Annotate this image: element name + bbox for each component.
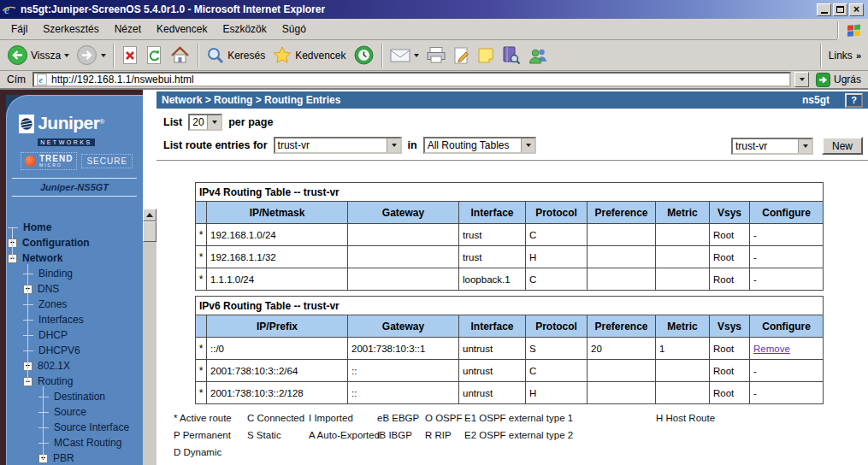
column-header: Interface	[459, 202, 526, 224]
dropdown-button[interactable]	[207, 115, 221, 129]
menu-item[interactable]: Kedvencek	[149, 21, 215, 38]
table-row: *192.168.1.0/24trustCRoot-	[196, 224, 824, 246]
remove-link[interactable]: Remove	[753, 344, 790, 354]
forward-button[interactable]	[73, 43, 109, 68]
notes-button[interactable]	[474, 45, 498, 66]
routing-tables-select[interactable]: All Routing Tables	[423, 137, 536, 154]
page-size-select[interactable]: 20	[188, 114, 222, 131]
search-button[interactable]: Keresés	[203, 44, 269, 67]
cell	[588, 382, 656, 404]
cell: H	[526, 246, 588, 268]
content-area: Network > Routing > Routing Entries ns5g…	[156, 90, 868, 465]
cell: Remove	[750, 338, 824, 360]
column-header: Protocol	[526, 315, 588, 338]
cell: *	[196, 360, 207, 382]
sidebar-item-destination[interactable]: Destination	[7, 389, 144, 404]
column-header: IP/Netmask	[207, 202, 348, 224]
column-header: Preference	[588, 315, 656, 338]
sidebar-item-label: 802.1X	[38, 360, 70, 372]
print-button[interactable]	[422, 44, 450, 66]
home-button[interactable]	[166, 44, 194, 67]
history-button[interactable]	[350, 43, 378, 68]
links-label[interactable]: Links	[829, 50, 853, 62]
toolbar-separator	[381, 44, 383, 68]
scrollbar-track[interactable]	[143, 221, 156, 465]
cell: -	[750, 382, 824, 404]
cell: *	[196, 268, 207, 291]
menu-item[interactable]: Nézet	[107, 21, 149, 38]
column-header: Configure	[750, 202, 824, 224]
research-button[interactable]	[498, 44, 524, 67]
address-input[interactable]: e http://192.168.1.1/nswebui.html	[32, 72, 791, 87]
legend-entry: iB IBGP	[377, 427, 425, 444]
menu-item[interactable]: Súgó	[275, 21, 314, 38]
ipv6-routing-table: IPv6 Routing Table -- trust-vrIP/PrefixG…	[195, 296, 824, 404]
brand-name: Juniper	[38, 113, 99, 132]
in-label: in	[408, 139, 417, 151]
maximize-button[interactable]	[833, 3, 847, 16]
menu-item[interactable]: Fájl	[3, 21, 35, 38]
device-name: ns5gt	[802, 94, 830, 106]
cell	[656, 360, 710, 382]
new-route-vr-select[interactable]: trust-vr	[731, 138, 813, 155]
cell: -	[750, 246, 824, 268]
table-row: *2001:738:10:3::2/128::untrustHRoot-	[196, 382, 824, 404]
scrollbar-up-button[interactable]	[143, 209, 156, 221]
sidebar-item-configuration[interactable]: +Configuration	[7, 235, 144, 250]
cell: untrust	[459, 338, 526, 360]
sidebar-item-source-interface[interactable]: Source Interface	[7, 420, 144, 435]
sidebar-item-mcast-routing[interactable]: MCast Routing	[7, 435, 144, 450]
dropdown-button[interactable]	[798, 139, 812, 153]
address-dropdown-button[interactable]	[794, 72, 809, 87]
messenger-button[interactable]	[524, 44, 552, 67]
menu-separator	[837, 21, 839, 38]
sidebar-item-source[interactable]: Source	[7, 404, 144, 420]
sidebar-item-label: Configuration	[22, 237, 90, 249]
dropdown-button[interactable]	[521, 138, 534, 152]
page-size-row: List 20 per page	[163, 114, 273, 131]
favorites-button[interactable]: Kedvencek	[269, 44, 349, 67]
column-header: IP/Prefix	[207, 315, 348, 338]
mail-button[interactable]	[387, 46, 422, 65]
cell	[588, 268, 656, 291]
edit-button[interactable]	[450, 44, 474, 67]
links-chevron-icon[interactable]: »	[856, 50, 861, 61]
svg-text:e: e	[4, 3, 9, 16]
trend-label: TREND	[39, 155, 73, 162]
sidebar-item-label: DHCP	[38, 329, 68, 341]
menu-item[interactable]: Szerkesztés	[35, 21, 106, 38]
sidebar-item-label: Source Interface	[54, 421, 129, 433]
cell: *	[196, 224, 207, 246]
menu-item[interactable]: Eszközök	[215, 21, 274, 38]
back-icon	[7, 44, 28, 66]
legend-entry	[656, 427, 715, 444]
table-title: IPv6 Routing Table -- trust-vr	[196, 297, 824, 315]
sidebar-item-label: Binding	[38, 268, 73, 280]
stop-button[interactable]	[118, 44, 142, 67]
virtual-router-select[interactable]: trust-vr	[274, 137, 402, 154]
search-icon	[206, 46, 225, 65]
new-route-vr-value: trust-vr	[733, 139, 798, 153]
cell: Root	[710, 360, 750, 382]
dropdown-button[interactable]	[387, 138, 400, 152]
tree-rail	[27, 264, 28, 382]
cell: *	[196, 338, 207, 360]
edit-icon	[453, 46, 470, 65]
new-button[interactable]: New	[822, 137, 863, 155]
column-header: Vsys	[710, 315, 750, 338]
close-button[interactable]: ×	[849, 3, 864, 16]
cell: Root	[710, 382, 750, 404]
help-button[interactable]: ?	[845, 93, 863, 108]
legend-entry: * Active route	[174, 409, 247, 427]
sidebar-item-home[interactable]: Home	[7, 220, 144, 235]
sidebar-frame-edge	[0, 90, 6, 465]
back-button[interactable]: Vissza	[3, 43, 73, 68]
minimize-icon	[821, 12, 828, 14]
scrollbar-thumb[interactable]	[143, 221, 156, 242]
sidebar-item-pbr[interactable]: +PBR	[7, 450, 144, 465]
refresh-button[interactable]	[142, 44, 166, 67]
go-button[interactable]: Ugrás	[812, 73, 865, 87]
column-header	[196, 202, 207, 224]
ie-window: e ns5gt:Juniper-ScreenOS 5.4.0r1.0 - Mic…	[0, 0, 868, 465]
minimize-button[interactable]	[817, 3, 831, 16]
